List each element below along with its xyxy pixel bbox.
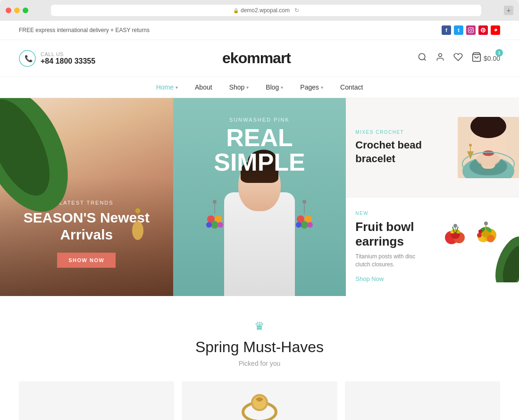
pinterest-icon[interactable] [478, 25, 488, 35]
sunwashed-label: SUNWASHED PINK [173, 117, 346, 123]
new-tab-button[interactable]: + [504, 6, 513, 15]
header-icons: 1 $0.00 [418, 52, 500, 65]
svg-point-57 [478, 230, 482, 233]
svg-point-11 [213, 200, 217, 204]
svg-point-18 [302, 200, 306, 204]
cart-icon[interactable] [471, 52, 482, 65]
hero-right-bottom-card: NEW Fruit bowl earrings Titanium posts w… [346, 197, 519, 296]
youtube-icon[interactable] [491, 25, 500, 35]
center-earring-right [295, 199, 314, 248]
crown-icon: ♛ [19, 320, 500, 333]
phone-number: +84 1800 33355 [41, 57, 95, 66]
home-arrow-icon: ▾ [176, 85, 178, 90]
instagram-icon[interactable] [466, 25, 476, 35]
spring-section: ♛ Spring Must-Haves Picked for you [0, 296, 519, 381]
website-content: FREE express international delivery + EA… [0, 21, 519, 420]
minimize-dot[interactable] [14, 8, 20, 13]
twitter-icon[interactable]: t [454, 25, 463, 35]
hero-right-column: MIXES CROCHET Crochet bead bracelet [346, 98, 519, 296]
svg-point-48 [484, 222, 488, 225]
svg-point-32 [483, 150, 494, 156]
top-bar: FREE express international delivery + EA… [0, 21, 519, 40]
svg-point-23 [296, 222, 301, 228]
call-us-label: CALL US [41, 51, 95, 57]
crochet-title: Crochet bead bracelet [355, 139, 448, 165]
lock-icon: 🔒 [233, 8, 239, 13]
svg-point-16 [206, 222, 212, 228]
show-now-button[interactable]: SHOW NOW [57, 253, 116, 268]
contact-info: CALL US +84 1800 33355 [41, 51, 95, 66]
pages-arrow-icon: ▾ [321, 85, 323, 90]
main-nav: Home ▾ About Shop ▾ Blog ▾ Pages ▾ Conta… [0, 76, 519, 98]
earring-decoration [131, 207, 145, 247]
refresh-icon[interactable]: ↻ [294, 7, 299, 14]
wishlist-icon[interactable] [453, 53, 463, 64]
site-logo[interactable]: ekommart [222, 49, 291, 67]
svg-point-4 [439, 54, 442, 57]
close-dot[interactable] [6, 8, 11, 13]
cart-count-badge: 1 [495, 49, 503, 57]
browser-window: 🔒 demo2.wpopal.com ↻ + FREE express inte… [0, 0, 519, 420]
product-preview-strip [0, 381, 519, 420]
shop-now-link[interactable]: Shop Now [355, 275, 384, 282]
hero-right-top-card: MIXES CROCHET Crochet bead bracelet [346, 98, 519, 197]
shop-arrow-icon: ▾ [246, 85, 249, 90]
spring-subtitle: Picked for you [19, 360, 500, 367]
browser-dots [6, 8, 28, 13]
product-preview-2[interactable] [182, 381, 337, 420]
nav-item-pages[interactable]: Pages ▾ [292, 77, 332, 98]
svg-point-22 [301, 221, 308, 229]
svg-point-24 [307, 222, 313, 228]
nav-item-contact[interactable]: Contact [332, 77, 371, 98]
product-preview-3[interactable] [345, 381, 500, 420]
center-model [217, 155, 302, 296]
svg-point-39 [453, 224, 457, 228]
spring-title: Spring Must-Haves [19, 338, 500, 356]
fruit-earrings-image [439, 212, 519, 282]
svg-point-8 [135, 208, 141, 214]
search-icon[interactable] [418, 52, 427, 64]
address-bar[interactable]: 🔒 demo2.wpopal.com ↻ [51, 5, 481, 16]
new-badge: NEW [355, 211, 429, 216]
center-earring-left [205, 199, 224, 248]
hero-center-panel: SUNWASHED PINK REAL SIMPLE [173, 98, 346, 296]
hero-left-panel: LATEST TRENDS SEASON'S Newest Arrivals S… [0, 98, 173, 296]
right-bottom-text: NEW Fruit bowl earrings Titanium posts w… [346, 201, 439, 292]
svg-point-56 [477, 233, 482, 238]
promo-text: FREE express international delivery + EA… [19, 27, 150, 33]
crochet-product-image [458, 117, 519, 178]
nav-item-shop[interactable]: Shop ▾ [221, 77, 258, 98]
svg-point-17 [218, 222, 223, 228]
svg-text:📞: 📞 [25, 55, 33, 63]
fruit-earrings-title: Fruit bowl earrings [355, 220, 429, 249]
site-header: 📞 CALL US +84 1800 33355 ekommart [0, 40, 519, 76]
svg-line-3 [424, 59, 426, 61]
facebook-icon[interactable]: f [442, 25, 451, 35]
cart-wrapper: 1 $0.00 [471, 52, 500, 65]
nav-item-about[interactable]: About [186, 77, 221, 98]
nav-item-home[interactable]: Home ▾ [148, 77, 186, 98]
nav-item-blog[interactable]: Blog ▾ [257, 77, 292, 98]
social-icons: f t [442, 25, 500, 35]
blog-arrow-icon: ▾ [281, 85, 283, 90]
svg-point-2 [419, 54, 425, 60]
svg-point-33 [469, 144, 472, 147]
url-text: demo2.wpopal.com [241, 7, 290, 14]
svg-point-53 [487, 235, 494, 242]
latest-trends-label: LATEST TRENDS [9, 200, 164, 206]
svg-point-15 [211, 221, 218, 229]
svg-point-10 [132, 221, 143, 240]
product-preview-1[interactable] [19, 381, 174, 420]
hero-center-title: REAL SIMPLE [173, 125, 346, 174]
fruit-earrings-desc: Titanium posts with disc clutch closures… [355, 253, 429, 269]
browser-titlebar: 🔒 demo2.wpopal.com ↻ + [0, 5, 519, 21]
hero-center-content: SUNWASHED PINK REAL SIMPLE [173, 117, 346, 174]
hero-section: LATEST TRENDS SEASON'S Newest Arrivals S… [0, 98, 519, 296]
right-top-text: MIXES CROCHET Crochet bead bracelet [346, 120, 458, 175]
phone-icon: 📞 [19, 50, 36, 67]
header-left: 📞 CALL US +84 1800 33355 [19, 50, 95, 67]
mixes-crochet-label: MIXES CROCHET [355, 130, 448, 135]
wishlist-wrapper [453, 52, 463, 64]
maximize-dot[interactable] [23, 8, 28, 13]
account-icon[interactable] [435, 52, 445, 64]
